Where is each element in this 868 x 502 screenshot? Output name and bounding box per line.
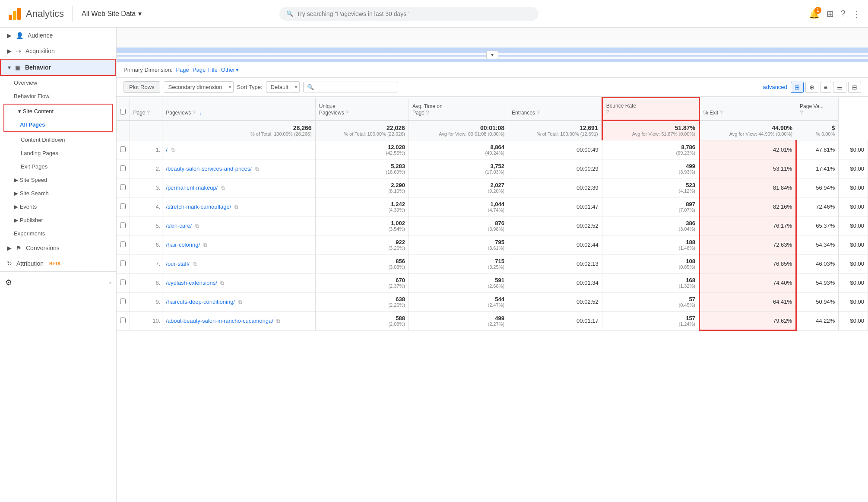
row-checkbox[interactable]	[117, 235, 130, 254]
sidebar-item-acquisition[interactable]: ▶ ⇢ Acquisition	[0, 43, 116, 59]
help-icon[interactable]: ?	[536, 109, 539, 116]
row-checkbox[interactable]	[117, 311, 130, 330]
row-checkbox[interactable]	[117, 140, 130, 159]
notifications-icon[interactable]: 🔔 1	[809, 9, 820, 19]
pivot-view-button[interactable]: ⊟	[848, 82, 861, 93]
help-icon[interactable]: ?	[193, 109, 196, 116]
help-icon[interactable]: ?	[345, 109, 348, 116]
sidebar-site-content[interactable]: ▾ Site Content	[4, 105, 112, 118]
help-icon[interactable]: ?	[606, 109, 609, 115]
property-selector[interactable]: All Web Site Data ▾	[82, 10, 142, 18]
sidebar-exit-pages[interactable]: Exit Pages	[0, 160, 116, 173]
sidebar-publisher[interactable]: ▶ Publisher	[0, 213, 116, 227]
row-select-checkbox[interactable]	[120, 299, 126, 304]
row-page[interactable]: /haircuts-deep-conditioning/ ⧉	[162, 292, 315, 311]
advanced-link[interactable]: advanced	[763, 84, 787, 90]
sidebar-collapse-button[interactable]: ‹	[109, 280, 111, 286]
sidebar-all-pages[interactable]: All Pages	[4, 118, 112, 131]
row-select-checkbox[interactable]	[120, 280, 126, 285]
copy-icon[interactable]: ⧉	[276, 318, 280, 324]
row-checkbox[interactable]	[117, 254, 130, 273]
global-search-input[interactable]	[297, 10, 532, 17]
row-checkbox[interactable]	[117, 273, 130, 292]
row-select-checkbox[interactable]	[120, 318, 126, 323]
sort-type-select[interactable]: Default	[266, 81, 300, 93]
sidebar-site-speed[interactable]: ▶ Site Speed	[0, 173, 116, 187]
row-page[interactable]: /skin-care/ ⧉	[162, 216, 315, 235]
row-page[interactable]: / ⧉	[162, 140, 315, 159]
row-select-checkbox[interactable]	[120, 184, 126, 190]
sidebar-site-search[interactable]: ▶ Site Search	[0, 187, 116, 200]
page-link[interactable]: /hair-coloring/	[166, 241, 200, 248]
copy-icon[interactable]: ⧉	[171, 147, 175, 153]
row-page[interactable]: /our-staff/ ⧉	[162, 254, 315, 273]
row-checkbox[interactable]	[117, 197, 130, 216]
sidebar-experiments[interactable]: Experiments	[0, 227, 116, 240]
row-select-checkbox[interactable]	[120, 146, 126, 152]
secondary-dimension-select[interactable]: Secondary dimension	[164, 81, 234, 93]
sidebar-events[interactable]: ▶ Events	[0, 200, 116, 213]
sidebar-item-audience[interactable]: ▶ 👤 Audience	[0, 28, 116, 43]
sidebar-landing-pages[interactable]: Landing Pages	[0, 146, 116, 160]
sidebar-item-conversions[interactable]: ▶ ⚑ Conversions	[0, 240, 116, 256]
compare-view-button[interactable]: ⚌	[833, 82, 846, 93]
dimension-other-dropdown[interactable]: Other ▾	[221, 67, 239, 73]
plot-rows-button[interactable]: Plot Rows	[124, 81, 160, 93]
page-link[interactable]: /stretch-mark-camouflage/	[166, 203, 231, 210]
global-search-bar[interactable]: 🔍	[279, 7, 539, 21]
sidebar-behavior-flow[interactable]: Behavior Flow	[0, 89, 116, 103]
row-page[interactable]: /eyelash-extensions/ ⧉	[162, 273, 315, 292]
copy-icon[interactable]: ⧉	[193, 261, 197, 267]
row-select-checkbox[interactable]	[120, 165, 126, 171]
table-view-button[interactable]: ⊞	[791, 82, 804, 93]
row-checkbox[interactable]	[117, 216, 130, 235]
apps-icon[interactable]: ⊞	[827, 9, 834, 19]
sidebar-content-drilldown[interactable]: Content Drilldown	[0, 133, 116, 146]
help-icon[interactable]: ?	[426, 109, 429, 116]
row-checkbox[interactable]	[117, 292, 130, 311]
page-link[interactable]: /skin-care/	[166, 222, 192, 229]
toolbar-search-input[interactable]	[316, 84, 394, 90]
pie-view-button[interactable]: ⊕	[805, 82, 818, 93]
select-all-checkbox[interactable]	[120, 109, 126, 114]
row-checkbox[interactable]	[117, 178, 130, 197]
row-page[interactable]: /stretch-mark-camouflage/ ⧉	[162, 197, 315, 216]
page-link[interactable]: /permanent-makeup/	[166, 184, 218, 191]
select-all-header[interactable]	[117, 98, 130, 121]
copy-icon[interactable]: ⧉	[203, 242, 207, 248]
page-link[interactable]: /beauty-salon-services-and-prices/	[166, 165, 252, 172]
dimension-page-title-link[interactable]: Page Title	[193, 67, 218, 73]
bar-view-button[interactable]: ≡	[820, 82, 831, 93]
row-select-checkbox[interactable]	[120, 241, 126, 247]
row-select-checkbox[interactable]	[120, 222, 126, 228]
sidebar-overview[interactable]: Overview	[0, 76, 116, 89]
row-page[interactable]: /beauty-salon-services-and-prices/ ⧉	[162, 159, 315, 178]
copy-icon[interactable]: ⧉	[221, 185, 225, 191]
copy-icon[interactable]: ⧉	[220, 280, 224, 286]
page-link[interactable]: /haircuts-deep-conditioning/	[166, 299, 235, 305]
page-link[interactable]: /	[166, 146, 168, 153]
copy-icon[interactable]: ⧉	[234, 204, 238, 210]
copy-icon[interactable]: ⧉	[255, 166, 259, 172]
chart-collapse-button[interactable]: ▾	[486, 51, 498, 59]
copy-icon[interactable]: ⧉	[195, 223, 199, 229]
page-link[interactable]: /our-staff/	[166, 261, 190, 267]
row-checkbox[interactable]	[117, 159, 130, 178]
help-icon[interactable]: ?	[719, 109, 722, 116]
sidebar-item-attribution[interactable]: ↻ Attribution BETA	[0, 256, 116, 271]
page-link[interactable]: /about-beauty-salon-in-rancho-cucamonga/	[166, 318, 273, 324]
page-link[interactable]: /eyelash-extensions/	[166, 280, 217, 286]
sidebar-item-behavior[interactable]: ▾ ▦ Behavior	[1, 60, 115, 75]
toolbar-search-box[interactable]: 🔍	[303, 82, 398, 92]
row-select-checkbox[interactable]	[120, 203, 126, 209]
dimension-page-link[interactable]: Page	[176, 67, 189, 73]
help-icon[interactable]: ?	[147, 109, 150, 116]
row-page[interactable]: /hair-coloring/ ⧉	[162, 235, 315, 254]
more-icon[interactable]: ⋮	[852, 9, 861, 19]
help-icon[interactable]: ?	[841, 9, 846, 19]
help-icon[interactable]: ?	[800, 109, 803, 116]
copy-icon[interactable]: ⧉	[238, 299, 242, 305]
row-select-checkbox[interactable]	[120, 261, 126, 266]
settings-icon[interactable]: ⚙	[5, 278, 12, 287]
row-page[interactable]: /permanent-makeup/ ⧉	[162, 178, 315, 197]
